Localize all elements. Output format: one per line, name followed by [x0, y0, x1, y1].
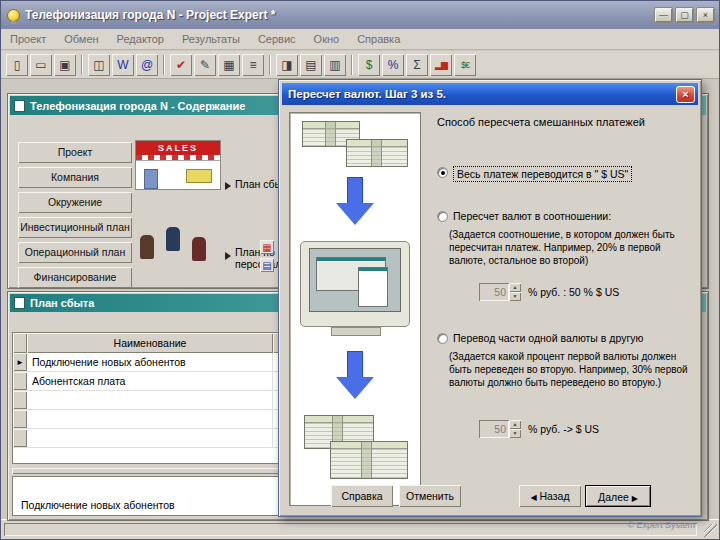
window-title: Телефонизация города N - Project Expert …: [25, 8, 652, 22]
spin-up-icon[interactable]: ▲: [509, 420, 521, 429]
ratio-percent-input[interactable]: [479, 283, 509, 301]
option-ratio[interactable]: Пересчет валют в соотношении:: [437, 210, 611, 222]
open-folder-icon[interactable]: ▭: [30, 54, 52, 76]
toolbar-separator: [351, 55, 353, 75]
sidebar-item-environment[interactable]: Окружение: [18, 192, 132, 213]
glyph: ▂▆: [435, 60, 447, 70]
sidebar-item-financing[interactable]: Финансирование: [18, 267, 132, 288]
internet-link-icon[interactable]: @: [136, 54, 158, 76]
row-name-cell: [27, 410, 273, 428]
option-transfer-label[interactable]: Перевод части одной валюты в другую: [453, 332, 643, 344]
sum-total-icon[interactable]: Σ: [406, 54, 428, 76]
chart-view-icon[interactable]: ▥: [324, 54, 346, 76]
staff-people-image[interactable]: [135, 224, 221, 280]
status-bar: [1, 519, 719, 539]
new-document-icon[interactable]: ▯: [6, 54, 28, 76]
next-arrow-icon: ▶: [632, 494, 638, 503]
dialog-title: Пересчет валют. Шаг 3 из 5.: [288, 88, 676, 100]
app-lightbulb-icon: [7, 9, 20, 22]
radio-icon[interactable]: [437, 211, 448, 222]
menu-project[interactable]: Проект: [1, 29, 55, 50]
mini-chart-icon[interactable]: ▦: [260, 240, 274, 254]
profit-percent-icon[interactable]: %: [382, 54, 404, 76]
menu-exchange[interactable]: Обмен: [55, 29, 107, 50]
glyph: ◨: [281, 58, 292, 72]
task-list-icon[interactable]: ≡: [242, 54, 264, 76]
transfer-spinner-buttons[interactable]: ▲ ▼: [509, 420, 521, 438]
table-view-icon[interactable]: ◨: [276, 54, 298, 76]
spin-down-icon[interactable]: ▼: [509, 429, 521, 438]
print-preview-icon[interactable]: ◫: [88, 54, 110, 76]
menu-results[interactable]: Результаты: [173, 29, 249, 50]
dialog-close-icon[interactable]: ×: [676, 86, 695, 103]
main-titlebar: Телефонизация города N - Project Expert …: [1, 1, 719, 29]
screen-window: [358, 267, 388, 307]
option-transfer[interactable]: Перевод части одной валюты в другую: [437, 332, 643, 344]
spin-down-icon[interactable]: ▼: [509, 292, 521, 301]
help-button[interactable]: Справка: [331, 485, 393, 507]
currency-rates-icon[interactable]: $€: [454, 54, 476, 76]
transfer-spinner-row: ▲ ▼ % руб. -> $ US: [479, 420, 599, 438]
wizard-illustration-panel: [289, 112, 421, 506]
menu-help[interactable]: Справка: [348, 29, 409, 50]
application-window: Телефонизация города N - Project Expert …: [0, 0, 720, 540]
glyph: ▯: [14, 58, 21, 72]
glyph: ▣: [59, 58, 70, 72]
close-button[interactable]: ×: [696, 7, 715, 23]
row-name-cell[interactable]: [27, 391, 273, 409]
sidebar-item-operating-plan[interactable]: Операционный план: [18, 242, 132, 263]
recalculate-icon[interactable]: ✔: [170, 54, 192, 76]
radio-selected-icon[interactable]: [437, 167, 448, 178]
maximize-button[interactable]: ▢: [675, 7, 694, 23]
back-button[interactable]: ◀ Назад: [519, 485, 581, 507]
save-file-icon[interactable]: ▣: [54, 54, 76, 76]
money-stack-icon: [346, 139, 408, 167]
menu-editor[interactable]: Редактор: [108, 29, 173, 50]
radio-icon[interactable]: [437, 333, 448, 344]
option-all-label[interactable]: Весь платеж переводится в " $ US": [453, 166, 632, 182]
menu-service[interactable]: Сервис: [249, 29, 305, 50]
cash-flow-icon[interactable]: $: [358, 54, 380, 76]
spin-up-icon[interactable]: ▲: [509, 283, 521, 292]
glyph: ▤: [305, 58, 316, 72]
sidebar-item-investment-plan[interactable]: Инвестиционный план: [18, 217, 132, 238]
sidebar-item-company[interactable]: Компания: [18, 167, 132, 188]
glyph: W: [117, 58, 128, 72]
transfer-percent-input[interactable]: [479, 420, 509, 438]
header-name-cell[interactable]: Наименование: [27, 333, 273, 353]
dialog-titlebar[interactable]: Пересчет валют. Шаг 3 из 5. ×: [282, 83, 698, 105]
report-view-icon[interactable]: ▤: [300, 54, 322, 76]
option-all-to-currency[interactable]: Весь платеж переводится в " $ US": [437, 166, 632, 182]
shop-window: [186, 169, 212, 183]
row-name-cell[interactable]: Подключение новых абонентов: [27, 353, 273, 371]
word-report-icon[interactable]: W: [112, 54, 134, 76]
sidebar-item-project[interactable]: Проект: [18, 142, 132, 163]
project-calendar-icon[interactable]: ▦: [218, 54, 240, 76]
option-ratio-label[interactable]: Пересчет валют в соотношении:: [453, 210, 611, 222]
cancel-button[interactable]: Отменить: [399, 485, 461, 507]
next-button[interactable]: Далее ▶: [585, 485, 651, 507]
monitor-base: [331, 327, 381, 336]
ratio-spinner-buttons[interactable]: ▲ ▼: [509, 283, 521, 301]
arrow-right-icon: [225, 252, 231, 260]
back-arrow-icon: ◀: [530, 493, 536, 502]
person-figure: [165, 226, 181, 251]
detail-pane-label[interactable]: Подключение новых абонентов: [21, 499, 175, 511]
person-figure: [191, 236, 207, 261]
glyph: ≡: [249, 58, 256, 72]
transfer-description: (Задается какой процент первой валюты до…: [449, 350, 697, 389]
toolbar-separator: [269, 55, 271, 75]
row-name-cell[interactable]: Абонентская плата: [27, 372, 273, 390]
glyph: ▥: [329, 58, 340, 72]
mini-table-icon[interactable]: ▤: [260, 258, 274, 272]
menu-window[interactable]: Окно: [305, 29, 349, 50]
edit-dialog-icon[interactable]: ✎: [194, 54, 216, 76]
sales-shop-image[interactable]: SALES: [135, 140, 221, 190]
bar-chart-icon[interactable]: ▂▆: [430, 54, 452, 76]
toolbar-separator: [81, 55, 83, 75]
ratio-suffix-label: % руб. : 50 % $ US: [528, 286, 619, 298]
minimize-button[interactable]: —: [654, 7, 673, 23]
shop-door: [144, 169, 158, 189]
resize-grip-icon[interactable]: [704, 524, 717, 537]
back-label: Назад: [539, 490, 569, 502]
